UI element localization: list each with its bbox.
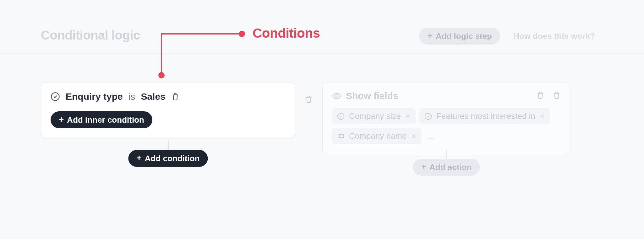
add-logic-step-button[interactable]: + Add logic step [419, 28, 500, 45]
remove-tag-icon[interactable]: ✕ [405, 113, 411, 120]
condition-value: Sales [141, 91, 165, 102]
connector-line [446, 149, 447, 159]
svg-point-1 [336, 95, 338, 97]
annotation-label: Conditions [253, 26, 320, 41]
add-action-label: Add action [429, 163, 472, 171]
trash-icon[interactable] [305, 95, 313, 104]
annotation-dot [239, 31, 245, 37]
conditions-column: Enquiry type is Sales + Add inner condit… [41, 82, 295, 138]
eye-icon [332, 93, 341, 99]
trash-icon[interactable] [536, 91, 544, 99]
condition-row[interactable]: Enquiry type is Sales [51, 91, 286, 102]
help-button[interactable]: How does this work? [505, 28, 603, 45]
trash-icon[interactable] [171, 92, 179, 101]
add-inner-condition-button[interactable]: + Add inner condition [51, 111, 152, 128]
condition-field: Enquiry type [66, 91, 123, 102]
actions-column: Show fields Company size ✕ Features most… [322, 82, 570, 155]
field-tag[interactable]: Company size ✕ [332, 108, 416, 124]
header-buttons: + Add logic step How does this work? [419, 28, 603, 45]
annotation-dot [158, 72, 165, 78]
page-header: Conditional logic + Add logic step How d… [0, 0, 644, 54]
action-title-text: Show fields [346, 91, 398, 101]
action-tags: Company size ✕ Features most interested … [332, 108, 561, 144]
remove-tag-icon[interactable]: ✕ [540, 113, 545, 120]
svg-point-2 [338, 113, 344, 120]
add-action-button[interactable]: + Add action [413, 159, 480, 176]
field-tag-label: Company name [349, 131, 407, 141]
add-condition-button[interactable]: + Add condition [128, 150, 208, 167]
svg-point-3 [425, 113, 431, 120]
check-circle-icon [337, 113, 345, 120]
action-title: Show fields [332, 91, 561, 101]
svg-rect-4 [338, 135, 344, 138]
svg-point-0 [52, 93, 59, 101]
check-circle-icon [51, 92, 60, 101]
text-field-icon [337, 132, 345, 140]
field-tag-label: Company size [349, 111, 401, 121]
field-tag[interactable]: Features most interested in ✕ [419, 108, 550, 124]
check-circle-icon [424, 113, 432, 120]
connector-line [168, 141, 169, 150]
page-title: Conditional logic [41, 28, 140, 42]
condition-card: Enquiry type is Sales + Add inner condit… [41, 82, 295, 138]
more-tags[interactable]: ... [425, 128, 437, 144]
annotation-connector [161, 33, 241, 35]
trash-icon[interactable] [553, 91, 561, 99]
remove-tag-icon[interactable]: ✕ [411, 132, 417, 140]
help-label: How does this work? [513, 32, 595, 40]
condition-op: is [128, 91, 135, 102]
annotation-connector [161, 34, 162, 74]
add-condition-label: Add condition [145, 154, 200, 162]
field-tag-label: Features most interested in [436, 111, 535, 121]
add-logic-step-label: Add logic step [436, 32, 492, 40]
add-inner-condition-label: Add inner condition [67, 116, 144, 124]
field-tag[interactable]: Company name ✕ [332, 128, 422, 144]
action-card-icons [536, 91, 561, 99]
action-card: Show fields Company size ✕ Features most… [322, 82, 570, 155]
